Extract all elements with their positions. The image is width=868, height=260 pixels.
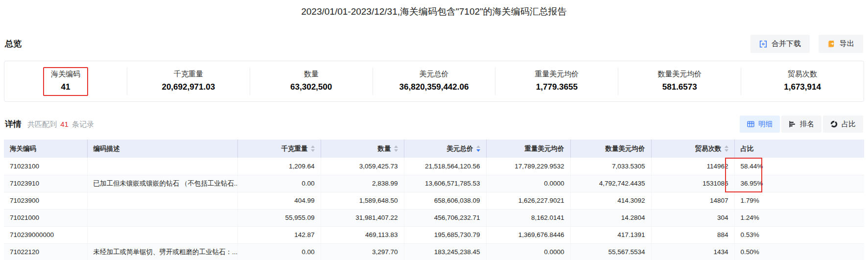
stat-value: 41 — [51, 82, 80, 92]
detail-table: 海关编码编码描述千克重量数量美元总价重量美元均价数量美元均价贸易次数占比 710… — [4, 140, 864, 260]
cell: 1,369,676.8446 — [486, 226, 570, 243]
cell: 71023100 — [4, 158, 87, 175]
stat-value: 63,302,500 — [290, 82, 332, 92]
detail-heading: 详情 — [5, 118, 22, 130]
toolbar: 合并下载 导出 — [751, 35, 863, 53]
merge-download-icon — [759, 40, 767, 48]
cell: 71021000 — [4, 209, 87, 226]
cell — [87, 192, 237, 209]
view-button-ranking[interactable]: 排名 — [781, 116, 821, 133]
view-button-table[interactable]: 明细 — [740, 116, 780, 133]
cell: 114962 — [651, 158, 734, 175]
cell: 8,162.0141 — [486, 209, 570, 226]
export-button[interactable]: 导出 — [819, 35, 863, 53]
cell — [87, 226, 237, 243]
sort-carets[interactable] — [311, 145, 315, 152]
stat-box: 数量美元均价581.6573 — [651, 68, 708, 95]
sort-caret-up[interactable] — [311, 145, 315, 148]
sort-caret-up[interactable] — [394, 145, 398, 148]
sort-caret-down[interactable] — [725, 149, 728, 152]
cell: 404.99 — [237, 192, 321, 209]
match-prefix: 共匹配到 — [27, 120, 57, 128]
stat-box: 千克重量20,692,971.03 — [155, 68, 222, 95]
cell: 195,685,730.79 — [404, 226, 486, 243]
col-header-1: 编码描述 — [87, 140, 237, 158]
stat-label: 海关编码 — [51, 70, 80, 79]
cell: 3,297.70 — [321, 243, 404, 260]
stat-box: 数量63,302,500 — [283, 68, 339, 95]
table-row: 71022120未经加工或简单锯切、劈开或粗磨的工业钻石：...0.003,29… — [4, 243, 864, 260]
cell: 414.3092 — [570, 192, 651, 209]
cell: 7,033.5305 — [570, 158, 651, 175]
cell: 0.0000 — [486, 243, 570, 260]
merge-download-label: 合并下载 — [772, 39, 801, 48]
col-header-2[interactable]: 千克重量 — [237, 140, 321, 158]
col-header-4[interactable]: 美元总价 — [404, 140, 486, 158]
page-title: 2023/01/01-2023/12/31,海关编码包含"7102"的海关编码汇… — [0, 0, 868, 18]
table-row: 71023900404.991,589,648.50658,606,038.09… — [4, 192, 864, 209]
col-header-label: 数量美元均价 — [606, 144, 645, 153]
col-header-label: 海关编码 — [10, 144, 36, 153]
stat-value: 1,673,914 — [784, 82, 821, 92]
col-header-8: 占比 — [734, 140, 864, 158]
merge-download-button[interactable]: 合并下载 — [751, 35, 810, 53]
col-header-3[interactable]: 数量 — [321, 140, 404, 158]
table-row: 71023910已加工但未镶嵌或镶嵌的钻石 （不包括工业钻石...0.002,8… — [4, 175, 864, 192]
col-header-label: 美元总价 — [447, 144, 473, 153]
sort-caret-down[interactable] — [311, 149, 315, 152]
cell: 469,113.83 — [321, 226, 404, 243]
cell: 1,589,648.50 — [321, 192, 404, 209]
view-button-pie[interactable]: 占比 — [823, 116, 863, 133]
cell: 71023900 — [4, 192, 87, 209]
sort-carets[interactable] — [476, 145, 480, 152]
stat-3: 美元总价36,820,359,442.06 — [373, 68, 495, 95]
table-icon — [747, 120, 754, 128]
cell: 13,606,571,785.53 — [404, 175, 486, 192]
cell: 0.50% — [734, 243, 864, 260]
cell: 未经加工或简单锯切、劈开或粗磨的工业钻石：... — [87, 243, 237, 260]
sort-caret-up[interactable] — [725, 145, 728, 148]
stat-0: 海关编码41 — [4, 68, 127, 95]
cell: 417.1391 — [570, 226, 651, 243]
report-page: 2023/01/01-2023/12/31,海关编码包含"7102"的海关编码汇… — [0, 0, 868, 260]
col-header-label: 编码描述 — [94, 144, 120, 153]
stat-2: 数量63,302,500 — [250, 68, 373, 95]
cell: 1434 — [651, 243, 734, 260]
sort-caret-down[interactable] — [394, 149, 398, 152]
cell: 3,059,425.73 — [321, 158, 404, 175]
sort-carets[interactable] — [725, 145, 728, 152]
view-button-label: 明细 — [758, 119, 773, 129]
annotation-box-hs-code: 海关编码41 — [43, 67, 88, 96]
col-header-0: 海关编码 — [4, 140, 87, 158]
export-icon — [827, 40, 835, 48]
stat-box: 重量美元均价1,779.3655 — [528, 68, 586, 95]
cell: 71023910 — [4, 175, 87, 192]
cell: 14807 — [651, 192, 734, 209]
cell: 已加工但未镶嵌或镶嵌的钻石 （不包括工业钻石... — [87, 175, 237, 192]
col-header-label: 数量 — [378, 144, 391, 153]
stats-card: 海关编码41千克重量20,692,971.03数量63,302,500美元总价3… — [4, 61, 864, 102]
stat-label: 数量美元均价 — [657, 70, 702, 79]
cell: 31,981,407.22 — [321, 209, 404, 226]
col-header-5: 重量美元均价 — [486, 140, 570, 158]
cell: 658,606,038.09 — [404, 192, 486, 209]
sort-caret-up[interactable] — [476, 145, 480, 148]
cell: 55,955.09 — [237, 209, 321, 226]
view-toggle-group: 明细排名占比 — [740, 116, 863, 133]
cell: 58.44% — [734, 158, 864, 175]
cell — [87, 158, 237, 175]
cell: 36.95% — [734, 175, 864, 192]
cell: 1.24% — [734, 209, 864, 226]
cell: 2,838.99 — [321, 175, 404, 192]
cell: 1,626,227.9021 — [486, 192, 570, 209]
stat-label: 贸易次数 — [784, 70, 821, 79]
table-row: 710239000000142.87469,113.83195,685,730.… — [4, 226, 864, 243]
view-button-label: 占比 — [842, 119, 856, 129]
stat-value: 581.6573 — [657, 82, 702, 92]
match-text: 共匹配到 41 条记录 — [27, 120, 94, 129]
cell: 142.87 — [237, 226, 321, 243]
col-header-label: 重量美元均价 — [525, 144, 564, 153]
col-header-7[interactable]: 贸易次数 — [651, 140, 734, 158]
sort-caret-down[interactable] — [476, 149, 480, 152]
sort-carets[interactable] — [394, 145, 398, 152]
